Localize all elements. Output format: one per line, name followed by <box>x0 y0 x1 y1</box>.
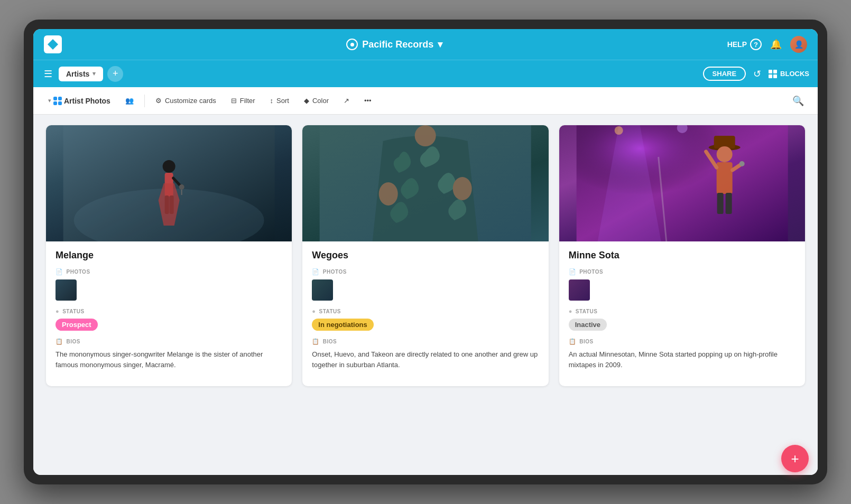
status-badge-melange[interactable]: Prospect <box>56 319 98 331</box>
blocks-icon <box>769 70 777 78</box>
photos-label-melange: 📄 PHOTOS <box>56 268 282 275</box>
card-body-melange: Melange 📄 PHOTOS ● STATUS <box>46 241 292 386</box>
sort-icon: ↕ <box>270 97 274 105</box>
svg-rect-19 <box>716 162 732 194</box>
status-icon-wegoes: ● <box>312 308 316 314</box>
svg-rect-5 <box>170 195 174 214</box>
status-label-melange: ● STATUS <box>56 308 282 314</box>
svg-rect-4 <box>165 195 169 214</box>
bios-field-minne: 📋 BIOS An actual Minnesotan, Minne Sota … <box>569 338 796 370</box>
more-button[interactable]: ••• <box>358 94 378 108</box>
share-button[interactable]: SHARE <box>703 67 746 81</box>
filter-button[interactable]: ⊟ Filter <box>225 94 262 108</box>
svg-rect-3 <box>165 173 173 197</box>
people-icon-btn[interactable]: 👥 <box>119 94 140 108</box>
photos-icon-minne: 📄 <box>569 268 577 275</box>
bios-label-melange: 📋 BIOS <box>56 338 282 345</box>
photo-thumb-melange <box>56 279 77 301</box>
artists-tab[interactable]: Artists ▾ <box>59 67 103 81</box>
status-badge-wegoes[interactable]: In negotiations <box>312 319 373 331</box>
status-label-minne: ● STATUS <box>569 308 796 314</box>
card-image-svg-wegoes <box>302 125 548 241</box>
top-nav: Pacific Records ▾ HELP ? 🔔 👤 <box>33 29 818 60</box>
view-toggle[interactable]: ▾ Artist Photos <box>42 94 117 108</box>
photo-thumb-minne <box>569 279 590 301</box>
color-button[interactable]: ◆ Color <box>298 94 335 108</box>
card-wegoes: Wegoes 📄 PHOTOS ● STATUS <box>302 125 548 386</box>
bios-label-minne: 📋 BIOS <box>569 338 796 345</box>
more-icon: ••• <box>364 97 372 105</box>
app-logo-icon <box>48 39 58 50</box>
grid-view-icon <box>53 97 62 105</box>
status-badge-minne[interactable]: Inactive <box>569 319 607 331</box>
svg-point-7 <box>179 184 184 190</box>
fab-add-button[interactable]: + <box>781 445 809 472</box>
card-melange: Melange 📄 PHOTOS ● STATUS <box>46 125 292 386</box>
card-image-svg-melange <box>46 125 292 241</box>
top-nav-left <box>44 35 62 53</box>
help-icon[interactable]: ? <box>750 39 762 50</box>
screen: Pacific Records ▾ HELP ? 🔔 👤 ☰ Art <box>33 29 818 475</box>
toolbar-right: 🔍 <box>787 92 809 110</box>
svg-point-26 <box>614 126 623 135</box>
title-chevron[interactable]: ▾ <box>438 39 442 50</box>
photos-field-wegoes: 📄 PHOTOS <box>312 268 539 301</box>
app-logo[interactable] <box>44 35 62 53</box>
card-image-wegoes <box>302 125 548 241</box>
add-tab-button[interactable]: + <box>107 66 123 82</box>
app-title: Pacific Records <box>362 39 433 50</box>
help-label[interactable]: HELP <box>727 40 747 49</box>
bio-text-minne: An actual Minnesotan, Minne Sota started… <box>569 349 796 370</box>
target-dot <box>350 43 354 46</box>
bio-text-melange: The mononymous singer-songwriter Melange… <box>56 349 282 370</box>
filter-icon: ⊟ <box>231 97 237 105</box>
bios-icon-wegoes: 📋 <box>312 338 320 345</box>
export-button[interactable]: ↗ <box>337 94 356 108</box>
card-image-svg-minne <box>559 125 805 241</box>
photos-field-minne: 📄 PHOTOS <box>569 268 796 301</box>
device-frame: Pacific Records ▾ HELP ? 🔔 👤 ☰ Art <box>24 20 827 484</box>
view-chevron: ▾ <box>48 97 51 104</box>
photos-label-minne: 📄 PHOTOS <box>569 268 796 275</box>
customize-cards-button[interactable]: ⚙ Customize cards <box>149 94 223 108</box>
card-body-wegoes: Wegoes 📄 PHOTOS ● STATUS <box>302 241 548 386</box>
photos-field-melange: 📄 PHOTOS <box>56 268 282 301</box>
toolbar-divider-1 <box>144 95 145 107</box>
status-field-wegoes: ● STATUS In negotiations <box>312 308 539 331</box>
artists-tab-chevron: ▾ <box>92 70 96 77</box>
photo-thumb-wegoes <box>312 279 333 301</box>
card-body-minne: Minne Sota 📄 PHOTOS ● STATUS <box>559 241 805 386</box>
photos-icon-wegoes: 📄 <box>312 268 320 275</box>
artists-tab-label: Artists <box>66 70 89 78</box>
bios-field-wegoes: 📋 BIOS Onset, Huevo, and Takeon are dire… <box>312 338 539 370</box>
status-label-wegoes: ● STATUS <box>312 308 539 314</box>
view-name: Artist Photos <box>64 97 110 105</box>
status-icon-melange: ● <box>56 308 59 314</box>
secondary-nav-right: SHARE ↺ BLOCKS <box>703 67 809 81</box>
bios-icon-melange: 📋 <box>56 338 63 345</box>
hamburger-menu[interactable]: ☰ <box>42 66 54 82</box>
status-icon-minne: ● <box>569 308 572 314</box>
card-title-melange: Melange <box>56 250 282 261</box>
search-button[interactable]: 🔍 <box>787 92 809 110</box>
toolbar: ▾ Artist Photos 👥 ⚙ Customize cards ⊟ Fi… <box>33 87 818 115</box>
sort-button[interactable]: ↕ Sort <box>264 94 295 108</box>
status-field-melange: ● STATUS Prospect <box>56 308 282 331</box>
avatar[interactable]: 👤 <box>790 36 807 53</box>
cards-grid: Melange 📄 PHOTOS ● STATUS <box>46 125 805 386</box>
status-field-minne: ● STATUS Inactive <box>569 308 796 331</box>
history-icon[interactable]: ↺ <box>753 68 761 80</box>
card-image-minne <box>559 125 805 241</box>
bell-icon[interactable]: 🔔 <box>770 39 782 50</box>
svg-rect-23 <box>717 193 723 214</box>
customize-icon: ⚙ <box>155 97 162 105</box>
card-minne-sota: Minne Sota 📄 PHOTOS ● STATUS <box>559 125 805 386</box>
blocks-button[interactable]: BLOCKS <box>769 70 809 78</box>
top-nav-center: Pacific Records ▾ <box>346 39 442 50</box>
people-icon: 👥 <box>125 97 134 105</box>
export-icon: ↗ <box>344 97 349 105</box>
photos-label-wegoes: 📄 PHOTOS <box>312 268 539 275</box>
svg-point-2 <box>163 160 175 173</box>
svg-point-11 <box>453 177 472 200</box>
blocks-label: BLOCKS <box>780 70 809 78</box>
